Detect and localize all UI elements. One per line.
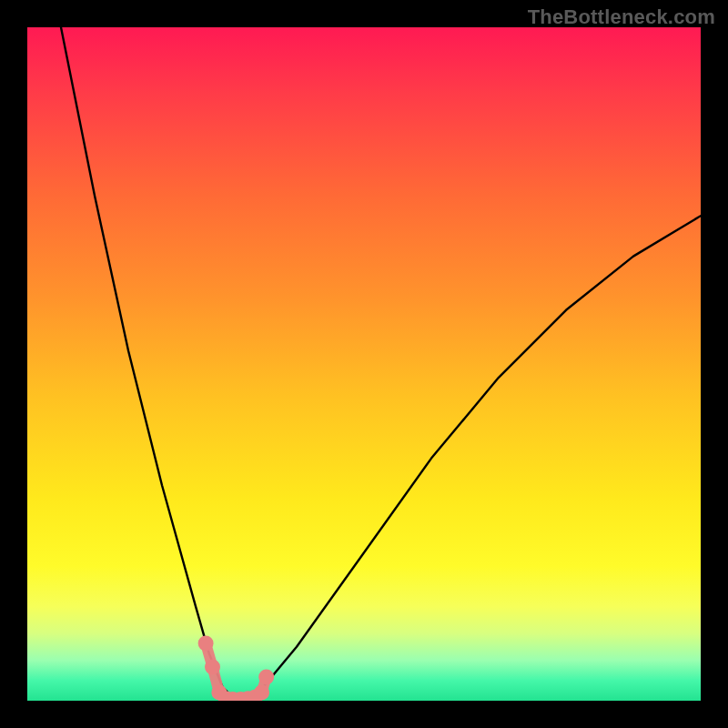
- data-point: [254, 685, 269, 701]
- data-points-group: [198, 636, 275, 701]
- data-point: [258, 670, 274, 685]
- bottleneck-curve: [61, 27, 701, 701]
- chart-frame: TheBottleneck.com: [0, 0, 728, 728]
- plot-area: [27, 27, 701, 701]
- data-point: [198, 636, 214, 652]
- data-point: [205, 660, 220, 675]
- watermark-text: TheBottleneck.com: [528, 5, 715, 29]
- curve-layer: [27, 27, 701, 701]
- bottleneck-curve-path: [61, 27, 701, 701]
